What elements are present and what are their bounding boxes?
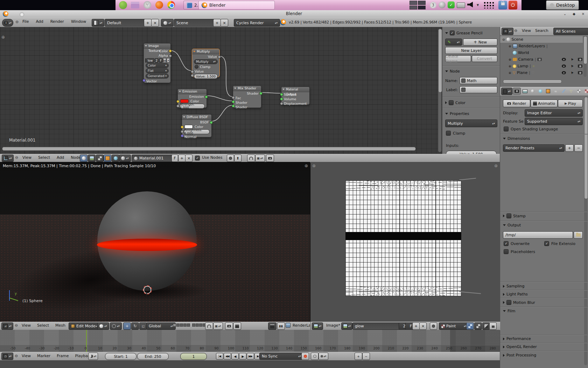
tab-object-data[interactable]: ▽ (567, 88, 575, 94)
socket-color-in[interactable] (176, 100, 180, 103)
outliner-type-button[interactable]: ☰▲▼ (502, 28, 513, 35)
menu-item[interactable]: Select (37, 155, 51, 160)
menu-item[interactable]: Add (35, 19, 44, 24)
start-frame-field[interactable]: Start: 1 (105, 353, 136, 360)
image-browse-button[interactable]: ▲▼ (341, 322, 352, 330)
node-header[interactable]: Emission (178, 89, 206, 94)
input-value-2-slider[interactable]: Value: 1.500 (194, 74, 218, 79)
outliner-item-label[interactable]: Scene (512, 37, 524, 42)
tab-scene[interactable] (529, 88, 536, 94)
visibility-eye-icon[interactable] (562, 58, 566, 61)
screen-layout-field[interactable]: Default (105, 19, 148, 27)
rotate-manipulator-icon[interactable]: ↻ (131, 322, 139, 330)
jump-to-start-button[interactable]: |◀ (216, 353, 223, 360)
use-nodes-checkbox[interactable]: ✓ (195, 156, 200, 161)
socket-fac-in[interactable] (232, 96, 235, 99)
tab-object[interactable] (544, 88, 552, 94)
node-header[interactable]: Multiply (192, 49, 219, 54)
sidebar-clamp-row[interactable]: Clamp (446, 131, 497, 136)
socket-displacement-in[interactable] (280, 102, 283, 105)
draw-mode-button[interactable]: ✎▲▼ (445, 39, 462, 46)
collapse-menus-icon[interactable]: ⊖ (15, 155, 18, 160)
collapse-menus-icon[interactable]: ⊖ (15, 354, 18, 358)
color-space-select[interactable]: Color▾ (146, 63, 169, 68)
add-scene-button[interactable]: + (213, 19, 221, 27)
selectability-icon[interactable]: ➤ (569, 57, 574, 62)
osl-row[interactable]: Open Shading Language (504, 127, 558, 131)
tab-texture[interactable] (583, 88, 588, 94)
node-editor-type-button[interactable]: ▲▼ (2, 155, 14, 162)
expand-icon[interactable]: ⊕ (509, 58, 511, 61)
outliner-item-label[interactable]: World (518, 50, 529, 55)
screen-layout-icon-button[interactable]: ▲▼ (92, 19, 104, 27)
expand-icon[interactable]: ⊕ (509, 71, 511, 75)
color-checkbox[interactable] (449, 100, 454, 105)
renderlayer-indicator[interactable]: RenderLayer (286, 323, 310, 328)
stamp-panel-header[interactable]: Stamp (503, 213, 526, 218)
npanel-scroll-track[interactable] (438, 29, 441, 152)
unlink-image-icon[interactable]: × (167, 58, 170, 63)
properties-type-button[interactable]: ▲▼ (501, 88, 512, 95)
opengl-panel-header[interactable]: OpenGL Render (503, 345, 537, 349)
outliner-row-renderlayers[interactable]: ⊕ RenderLayers | (506, 43, 583, 49)
world-context-toggle[interactable] (112, 155, 119, 162)
play-reverse-button[interactable]: ◀ (231, 353, 239, 360)
menu-item[interactable]: View (21, 354, 31, 358)
jump-prev-keyframe-button[interactable]: ◀◀ (224, 353, 231, 360)
socket-color-in[interactable] (181, 125, 184, 129)
outliner-row-camera[interactable]: ⊕ Camera | ➤ (506, 56, 583, 63)
socket-strength-in[interactable] (176, 104, 180, 108)
playback-range-lock-icon[interactable]: ▲▼ (88, 353, 98, 360)
node-editor-hscrollbar[interactable] (2, 147, 416, 151)
expand-icon[interactable]: ⊕ (509, 64, 511, 68)
socket-shader2-in[interactable] (232, 104, 235, 108)
menu-item[interactable]: Window (70, 19, 87, 24)
node-math-multiply[interactable]: Multiply Value Multiply▲▼ Clamp Value Va… (192, 49, 220, 77)
stamp-checkbox[interactable] (506, 213, 511, 218)
tray-pattern-icon[interactable] (483, 1, 495, 8)
menu-item[interactable]: Select (36, 323, 50, 328)
render-button[interactable]: Render (503, 100, 530, 107)
node-header[interactable]: Mix Shader (233, 86, 261, 91)
collapse-menus-icon[interactable]: ⊖ (15, 323, 18, 328)
clamp-row[interactable]: Clamp (192, 64, 219, 69)
socket-shader-out[interactable] (259, 92, 262, 95)
file-extension-checkbox[interactable]: ✓ (544, 241, 549, 246)
snap-mode-select[interactable]: ▦▲▼ (255, 155, 265, 162)
opengl-render-anim-icon[interactable] (233, 322, 241, 330)
render-engine-select[interactable]: Cycles Render▲▼ (234, 19, 280, 27)
new-layer-button[interactable]: New Layer (445, 47, 497, 54)
node-material-output[interactable]: Material Output Surface Volume Displacem… (281, 87, 310, 105)
renderability-icon[interactable] (578, 71, 582, 74)
image-editor-type-button[interactable]: ▲▼ (312, 322, 323, 330)
chrome-icon[interactable] (167, 1, 175, 9)
source-select[interactable]: Generated▾ (146, 74, 169, 79)
sampling-panel-header[interactable]: Sampling (503, 284, 525, 288)
show-desktop-button[interactable]: Desktop (546, 0, 579, 10)
half-toggle[interactable] (482, 322, 490, 330)
render-animation-button[interactable]: Animatio (531, 100, 558, 107)
socket-surface-in[interactable] (280, 93, 283, 96)
image-mode-select[interactable]: Paint▲▼ (439, 322, 469, 330)
socket-bsdf-out[interactable] (210, 121, 213, 124)
outliner-item-label[interactable]: Plane (517, 70, 527, 75)
feature-set-select[interactable]: Supported▲▼ (525, 118, 583, 125)
node-editor-canvas[interactable]: ⊕ Image Texture Color Alpha low 2 F ▤ × … (0, 27, 500, 154)
socket-shader1-in[interactable] (232, 100, 235, 103)
node-header[interactable]: Image Texture (144, 43, 170, 49)
overwrite-row[interactable]: ✓Overwrite (504, 241, 530, 246)
menu-item[interactable]: Frame (56, 354, 69, 358)
properties-section[interactable]: Properties (445, 111, 497, 116)
convert-button[interactable]: Convert (472, 55, 498, 62)
socket-value1-in[interactable] (191, 70, 194, 73)
jump-next-keyframe-button[interactable]: ▶▶ (247, 353, 254, 360)
play-button[interactable]: ▶Play (558, 100, 583, 107)
selectability-icon[interactable]: ➤ (569, 70, 574, 75)
fake-user-button[interactable]: F (172, 155, 178, 162)
tray-amarok-icon[interactable] (439, 1, 446, 8)
visibility-eye-icon[interactable] (562, 64, 566, 68)
play-button[interactable]: ▶ (239, 353, 246, 360)
gp-new-button[interactable]: +New (463, 39, 497, 46)
output-panel-header[interactable]: Output (503, 223, 521, 227)
tab-render-layers[interactable] (521, 88, 528, 94)
